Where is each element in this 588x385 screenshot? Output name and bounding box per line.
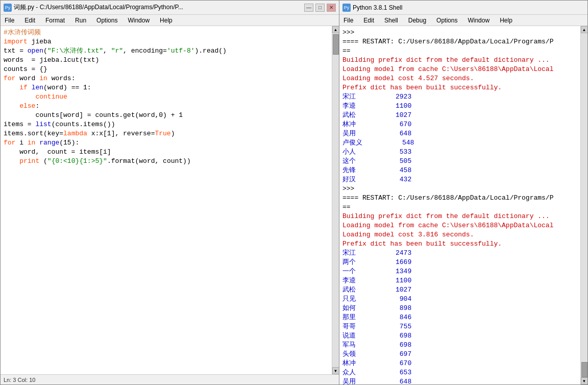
shell-output-17: 如何 898	[342, 304, 577, 313]
code-line-2: import jieba	[4, 37, 329, 46]
shell-scroll-thumb[interactable]	[581, 362, 587, 377]
shell-output-15: 武松 1027	[342, 285, 577, 295]
editor-scrollbar[interactable]: ▲ ▼	[332, 26, 339, 374]
shell-line-prefix2: Prefix dict has been built successfully.	[342, 239, 577, 249]
shell-output-16: 只见 904	[342, 295, 577, 304]
editor-title-group: Py 词频.py - C:/Users/86188/AppData/Local/…	[4, 3, 183, 12]
editor-window: Py 词频.py - C:/Users/86188/AppData/Local/…	[0, 0, 339, 385]
shell-line-cost2: Loading model cost 3.816 seconds.	[342, 230, 577, 239]
editor-app-icon: Py	[4, 4, 12, 12]
shell-output-19: 哥哥 755	[342, 322, 577, 331]
shell-body: >>> ==== RESTART: C:/Users/86188/AppData…	[339, 26, 587, 384]
menu-edit[interactable]: Edit	[22, 16, 37, 25]
shell-output-5: 吴用 648	[342, 129, 577, 138]
shell-output-18: 那里 846	[342, 313, 577, 322]
shell-line-cache1: Loading model from cache C:\Users\86188\…	[342, 65, 577, 74]
shell-output-14: 李逵 1100	[342, 276, 577, 285]
shell-menu-debug[interactable]: Debug	[406, 16, 428, 25]
shell-line-prompt2: >>>	[342, 184, 577, 194]
editor-window-controls: — □ ✕	[304, 4, 336, 12]
editor-status-bar: Ln: 3 Col: 10	[1, 374, 339, 384]
shell-output-12: 两个 1669	[342, 258, 577, 267]
shell-output-8: 这个 505	[342, 157, 577, 166]
shell-line-build1: Building prefix dict from the default di…	[342, 56, 577, 65]
code-line-1: #水浒传词频	[4, 28, 329, 37]
shell-app-icon: Py	[342, 4, 351, 12]
shell-line-cache2: Loading model from cache C:\Users\86188\…	[342, 221, 577, 230]
code-line-6: for word in words:	[4, 74, 329, 83]
code-line-9: else:	[4, 102, 329, 111]
scroll-down-arrow[interactable]: ▼	[332, 367, 339, 374]
shell-output-10: 好汉 432	[342, 175, 577, 184]
code-line-14: word, count = items[i]	[4, 148, 329, 157]
shell-titlebar: Py Python 3.8.1 Shell	[339, 1, 587, 15]
shell-menu-options[interactable]: Options	[434, 16, 459, 25]
code-line-4: words = jieba.lcut(txt)	[4, 56, 329, 65]
shell-menu-window[interactable]: Window	[465, 16, 492, 25]
code-line-13: for i in range(15):	[4, 138, 329, 148]
shell-menu-shell[interactable]: Shell	[382, 16, 400, 25]
shell-menubar: File Edit Shell Debug Options Window Hel…	[339, 15, 587, 26]
shell-output-21: 军马 698	[342, 341, 577, 350]
shell-line-prefix1: Prefix dict has been built successfully.	[342, 83, 577, 92]
shell-output-25: 吴用 648	[342, 377, 577, 384]
shell-output-24: 众人 653	[342, 368, 577, 377]
shell-output-11: 宋江 2473	[342, 249, 577, 258]
menu-window[interactable]: Window	[126, 16, 152, 25]
code-line-7: if len(word) == 1:	[4, 83, 329, 92]
editor-titlebar: Py 词频.py - C:/Users/86188/AppData/Local/…	[1, 1, 339, 15]
code-line-15: print ("{0:<10}{1:>5}".format(word, coun…	[4, 157, 329, 166]
shell-output[interactable]: >>> ==== RESTART: C:/Users/86188/AppData…	[339, 26, 580, 384]
editor-status-text: Ln: 3 Col: 10	[4, 377, 35, 383]
code-line-11: items = list(counts.items())	[4, 120, 329, 129]
shell-output-1: 宋江 2923	[342, 92, 577, 102]
shell-output-6: 卢俊义 548	[342, 138, 577, 148]
shell-output-4: 林冲 670	[342, 120, 577, 129]
shell-output-20: 说道 698	[342, 331, 577, 341]
code-line-8: continue	[4, 92, 329, 102]
menu-format[interactable]: Format	[43, 16, 67, 25]
menu-file[interactable]: File	[3, 16, 16, 25]
shell-line-restart1: ==== RESTART: C:/Users/86188/AppData/Loc…	[342, 37, 577, 46]
scroll-thumb[interactable]	[333, 34, 339, 55]
shell-scroll-down[interactable]: ▼	[581, 377, 588, 384]
shell-output-22: 头领 697	[342, 350, 577, 359]
shell-menu-edit[interactable]: Edit	[361, 16, 376, 25]
code-line-10: counts[word] = counts.get(word,0) + 1	[4, 111, 329, 120]
shell-output-2: 李逵 1100	[342, 102, 577, 111]
shell-output-13: 一个 1349	[342, 267, 577, 276]
shell-line-restart1b: ==	[342, 46, 577, 56]
editor-body: #水浒传词频 import jieba txt = open("F:\水浒传.t…	[1, 26, 339, 374]
code-line-5: counts = {}	[4, 65, 329, 74]
shell-output-7: 小人 533	[342, 148, 577, 157]
editor-menubar: File Edit Format Run Options Window Help	[1, 15, 339, 26]
close-button[interactable]: ✕	[327, 4, 336, 12]
code-line-12: items.sort(key=lambda x:x[1], reverse=Tr…	[4, 129, 329, 138]
shell-output-3: 武松 1027	[342, 111, 577, 120]
minimize-button[interactable]: —	[304, 4, 313, 12]
menu-run[interactable]: Run	[73, 16, 88, 25]
shell-line-cost1: Loading model cost 4.527 seconds.	[342, 74, 577, 83]
shell-title-group: Py Python 3.8.1 Shell	[342, 4, 402, 12]
code-line-3: txt = open("F:\水浒传.txt", "r", encoding='…	[4, 46, 329, 56]
shell-line-build2: Building prefix dict from the default di…	[342, 212, 577, 221]
shell-window: Py Python 3.8.1 Shell File Edit Shell De…	[339, 0, 588, 385]
shell-line-restart2b: ==	[342, 203, 577, 212]
scroll-up-arrow[interactable]: ▲	[332, 26, 339, 33]
editor-title: 词频.py - C:/Users/86188/AppData/Local/Pro…	[14, 3, 183, 12]
menu-options[interactable]: Options	[94, 16, 119, 25]
shell-scroll-up[interactable]: ▲	[581, 26, 588, 33]
code-editor[interactable]: #水浒传词频 import jieba txt = open("F:\水浒传.t…	[1, 26, 332, 374]
menu-help[interactable]: Help	[158, 16, 175, 25]
shell-line-restart2: ==== RESTART: C:/Users/86188/AppData/Loc…	[342, 194, 577, 203]
shell-output-23: 林冲 670	[342, 359, 577, 368]
shell-scrollbar[interactable]: ▲ ▼	[580, 26, 587, 384]
shell-menu-help[interactable]: Help	[498, 16, 514, 25]
shell-menu-file[interactable]: File	[341, 16, 355, 25]
shell-line-prompt1: >>>	[342, 28, 577, 37]
shell-title: Python 3.8.1 Shell	[353, 4, 402, 11]
maximize-button[interactable]: □	[315, 4, 325, 12]
shell-output-9: 先锋 458	[342, 166, 577, 175]
